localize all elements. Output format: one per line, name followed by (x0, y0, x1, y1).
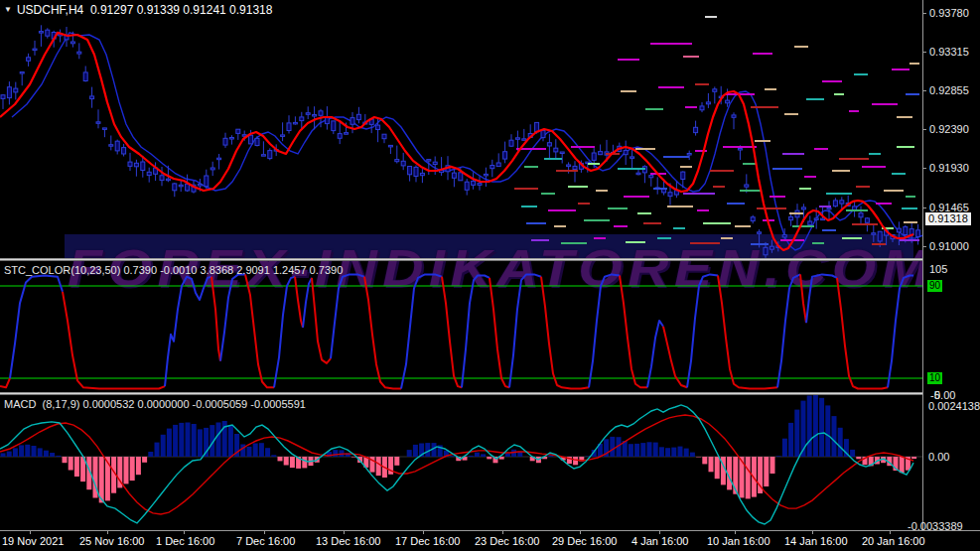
candle-body (261, 155, 265, 157)
panel-separator[interactable] (0, 392, 980, 395)
macd-histogram-bar (629, 444, 633, 457)
macd-histogram-bar (192, 424, 197, 457)
time-axis-tick (423, 531, 424, 534)
macd-histogram-bar (136, 457, 141, 475)
candle-body (356, 114, 360, 119)
macd-axis-label: 0.00 (928, 451, 949, 463)
macd-histogram-bar (290, 457, 295, 468)
macd-histogram-bar (25, 445, 30, 457)
macd-histogram-bar (38, 448, 43, 457)
macd-histogram-bar (807, 396, 812, 458)
candle-body (102, 128, 106, 130)
candle-body (268, 151, 272, 159)
stc-line (295, 277, 303, 328)
candle-body (738, 149, 742, 151)
macd-histogram-bar (678, 447, 683, 457)
macd-indicator-panel[interactable] (0, 395, 922, 530)
candle-body (758, 232, 762, 234)
macd-histogram-bar (148, 452, 153, 457)
candle-body (821, 218, 825, 220)
candle-body (745, 185, 749, 187)
stc-line (687, 274, 718, 387)
time-axis-label: 23 Dec 16:00 (475, 535, 539, 547)
candle-body (350, 118, 354, 125)
panel-separator[interactable] (0, 258, 980, 261)
candle-body (782, 235, 786, 237)
macd-axis-label: -0.0033389 (908, 520, 963, 532)
candle-body (853, 207, 857, 210)
stc-line (462, 276, 490, 388)
macd-histogram-bar (278, 457, 283, 461)
candle-body (789, 216, 793, 219)
time-axis-tick (659, 531, 660, 534)
stc-line (211, 277, 220, 361)
macd-histogram-bar (69, 457, 73, 471)
price-axis-label: 0.91000 (929, 240, 969, 252)
time-axis-tick (264, 531, 265, 534)
stc-indicator-panel[interactable] (0, 261, 922, 392)
candle-body (306, 113, 310, 115)
candle-body (681, 172, 685, 179)
candle-body (567, 165, 571, 167)
macd-histogram-bar (832, 416, 837, 457)
candle-body (229, 138, 233, 140)
macd-histogram-bar (186, 423, 191, 458)
stc-line (647, 321, 663, 387)
time-axis-tick (30, 531, 31, 534)
stc-line (274, 277, 295, 388)
candle-body (83, 72, 87, 81)
macd-histogram-bar (50, 453, 55, 457)
candle-body (833, 201, 837, 207)
candle-body (401, 161, 405, 166)
chart-title: USDCHF,H4 0.91297 0.91339 0.91241 0.9131… (17, 3, 273, 17)
candle-body (217, 158, 221, 160)
macd-histogram-bar (1, 453, 6, 457)
current-price-box: 0.91318 (925, 212, 971, 225)
macd-histogram-bar (690, 453, 695, 457)
macd-histogram-bar (407, 450, 412, 457)
stc-line (800, 274, 806, 323)
macd-histogram-bar (794, 410, 799, 457)
candle-body (420, 173, 424, 175)
candle-body (814, 218, 818, 220)
candle-body (472, 181, 476, 185)
candle-body (160, 176, 164, 181)
candle-body (287, 123, 291, 131)
candle-body (599, 152, 603, 155)
macd-histogram-bar (702, 457, 707, 464)
macd-histogram-bar (640, 443, 645, 457)
main-chart[interactable] (0, 0, 922, 258)
candle-body (313, 115, 317, 117)
macd-histogram-bar (684, 449, 689, 457)
macd-histogram-bar (813, 395, 818, 457)
candle-body (332, 121, 336, 131)
candle-body (205, 176, 209, 187)
stc-line (401, 274, 442, 388)
macd-histogram-bar (228, 425, 233, 457)
macd-histogram-bar (838, 428, 843, 457)
candle-body (751, 217, 755, 221)
time-axis-label: 17 Dec 16:00 (395, 535, 460, 547)
candle-body (865, 218, 869, 223)
time-axis-label: 14 Jan 16:00 (784, 535, 848, 547)
macd-histogram-bar (634, 444, 639, 457)
stc-line (806, 274, 837, 323)
stc-line (541, 277, 589, 389)
time-axis-label: 13 Dec 16:00 (316, 535, 380, 547)
time-axis-tick (107, 531, 108, 534)
candle-body (128, 162, 132, 166)
macd-histogram-bar (746, 457, 751, 498)
candle-body (7, 87, 11, 98)
candle-body (878, 231, 882, 241)
stc-line (442, 277, 462, 388)
macd-histogram-bar (167, 429, 172, 457)
dropdown-arrow-icon[interactable]: ▼ (4, 6, 12, 14)
candle-body (109, 145, 113, 147)
candle-body (325, 118, 329, 124)
time-axis[interactable]: 19 Nov 202125 Nov 16:001 Dec 16:007 Dec … (0, 530, 980, 551)
candle-body (236, 129, 240, 133)
candle-body (70, 42, 74, 44)
price-axis-label: 0.91930 (929, 162, 969, 174)
candle-body (293, 122, 297, 124)
candle-body (147, 172, 151, 175)
